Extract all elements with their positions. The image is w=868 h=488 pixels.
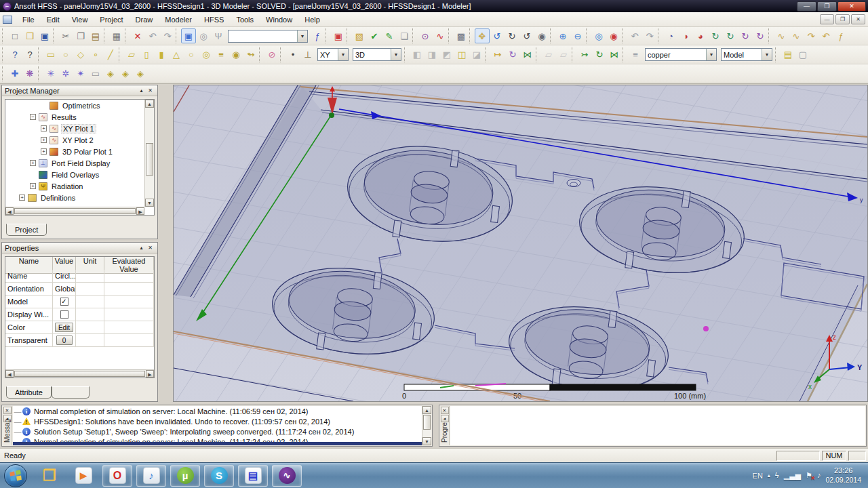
redo-icon-button[interactable]: ↷ bbox=[160, 28, 175, 43]
chevron-down-icon[interactable]: ▼ bbox=[391, 49, 401, 60]
fit-all-icon-button[interactable]: ◉ bbox=[606, 28, 621, 43]
tree-item-results[interactable]: −∿Results bbox=[5, 111, 144, 123]
non-model-icon-button[interactable]: ⊘ bbox=[264, 47, 279, 62]
tree-item-label[interactable]: XY Plot 2 bbox=[61, 136, 95, 144]
abort-solve-icon-button[interactable]: ◑ bbox=[678, 28, 693, 43]
zoom-window-icon-button[interactable]: ◎ bbox=[591, 28, 606, 43]
duplicate-rotate-icon-button[interactable]: ↻ bbox=[592, 47, 607, 62]
new-file-icon-button[interactable]: □ bbox=[7, 28, 22, 43]
property-value[interactable] bbox=[53, 308, 76, 321]
measure-position-icon-button[interactable]: ◈ bbox=[103, 66, 118, 81]
progress-tab[interactable]: Progre bbox=[441, 420, 449, 443]
draw-cone-icon-button[interactable]: △ bbox=[169, 47, 184, 62]
open-file-icon-button[interactable]: ❒ bbox=[22, 28, 37, 43]
tree-item-label[interactable]: Definitions bbox=[39, 194, 77, 202]
project-tab[interactable]: Project bbox=[6, 224, 47, 236]
mdi-child-icon[interactable] bbox=[3, 16, 12, 24]
property-button[interactable]: Edit bbox=[55, 323, 73, 332]
create-cs-icon-button[interactable]: ✳ bbox=[43, 66, 58, 81]
draw-ellipse-icon-button[interactable]: ∘ bbox=[88, 47, 103, 62]
tree-expander-icon[interactable]: + bbox=[41, 148, 47, 155]
imprint-icon-button[interactable]: ◪ bbox=[469, 47, 484, 62]
opera-taskbar-button[interactable]: O bbox=[102, 465, 132, 487]
copy-icon-button[interactable]: ❐ bbox=[73, 28, 88, 43]
chevron-down-icon[interactable]: ▼ bbox=[706, 49, 716, 60]
measure-area-icon-button[interactable]: ◈ bbox=[133, 66, 148, 81]
draw-plane-icon-button[interactable]: ⊥ bbox=[300, 47, 315, 62]
draw-arc-center-icon-button[interactable]: ↶ bbox=[818, 28, 833, 43]
tree-expander-icon[interactable]: + bbox=[30, 160, 36, 166]
orient-view-icon-button[interactable]: ◉ bbox=[534, 28, 549, 43]
message-row[interactable]: —!HFSSDesign1: Solutions have been inval… bbox=[13, 416, 422, 426]
draw-point-icon-button[interactable]: • bbox=[285, 47, 300, 62]
infinite-sphere-icon-button[interactable]: ❋ bbox=[22, 66, 37, 81]
save-icon-button[interactable]: ▣ bbox=[37, 28, 52, 43]
tree-item-xy-plot-1[interactable]: +∿XY Plot 1 bbox=[5, 123, 144, 134]
tree-expander-icon[interactable]: + bbox=[30, 183, 36, 189]
tree-item-label[interactable]: Optimetrics bbox=[61, 102, 102, 110]
face-cs-icon-button[interactable]: ✲ bbox=[58, 66, 73, 81]
tree-item-xy-plot-2[interactable]: +∿XY Plot 2 bbox=[5, 134, 144, 146]
draw-spiral-icon-button[interactable]: ◉ bbox=[229, 47, 243, 62]
intersect-icon-button[interactable]: ◩ bbox=[439, 47, 454, 62]
tree-item-port-field-display[interactable]: +⊥Port Field Display bbox=[5, 157, 144, 169]
message-close-icon[interactable]: ✕ bbox=[3, 407, 12, 414]
message-row[interactable]: —iSolution Setup 'Setup1', Sweep 'Sweep'… bbox=[13, 426, 422, 436]
tree-expander-icon[interactable]: + bbox=[41, 125, 47, 131]
draw-polyline-icon-button[interactable]: ╱ bbox=[103, 47, 118, 62]
child-close-button[interactable]: ✕ bbox=[851, 14, 865, 24]
help-topics-icon-button[interactable]: ? bbox=[7, 47, 22, 62]
draw-regular-cylinder-icon-button[interactable]: ▮ bbox=[154, 47, 169, 62]
tree-item-optimetrics[interactable]: Optimetrics bbox=[5, 100, 144, 111]
power-icon[interactable]: ϟ bbox=[775, 471, 779, 480]
tray-language-indicator[interactable]: EN bbox=[753, 472, 763, 480]
menu-edit[interactable]: Edit bbox=[41, 14, 66, 26]
chevron-down-icon[interactable]: ▼ bbox=[338, 49, 348, 60]
hfss-taskbar-taskbar-button[interactable]: ∿ bbox=[272, 465, 302, 487]
abort-queue-icon-button[interactable]: ◕ bbox=[693, 28, 708, 43]
plane-combobox[interactable]: XY▼ bbox=[317, 48, 349, 61]
move-icon-button[interactable]: ↦ bbox=[490, 47, 505, 62]
tree-item-label[interactable]: Field Overlays bbox=[50, 171, 100, 179]
animate-export-icon-button[interactable]: ↻ bbox=[723, 28, 738, 43]
validate-design-icon-button[interactable]: ✔ bbox=[367, 28, 382, 43]
project-tree-vscrollbar[interactable]: ▲ ▼ bbox=[144, 100, 154, 207]
tree-item-label[interactable]: Port Field Display bbox=[50, 159, 111, 167]
validation-check-icon-button[interactable]: ▣ bbox=[331, 28, 346, 43]
tree-expander-icon[interactable]: + bbox=[19, 195, 25, 201]
tree-item-radiation[interactable]: +ΨRadiation bbox=[5, 180, 144, 192]
property-value[interactable]: 0 bbox=[53, 334, 76, 347]
edit-sources-icon-button[interactable]: ✎ bbox=[382, 28, 397, 43]
draw-arc3-icon-button[interactable]: ↷ bbox=[804, 28, 818, 43]
mirror-icon-button[interactable]: ⋈ bbox=[520, 47, 535, 62]
project-tree-hscrollbar[interactable]: ◀ ▶ bbox=[5, 207, 144, 215]
select-faces-icon-button[interactable]: ◎ bbox=[196, 28, 211, 43]
snapshot-icon-button[interactable]: ◔ bbox=[663, 28, 678, 43]
boolean-union-icon-button[interactable]: ✚ bbox=[7, 66, 22, 81]
zoom-out-icon-button[interactable]: ⊖ bbox=[570, 28, 585, 43]
volume-icon[interactable]: ♪ bbox=[817, 471, 821, 480]
draw-circle-icon-button[interactable]: ○ bbox=[58, 47, 73, 62]
utorrent-taskbar-button[interactable]: µ bbox=[170, 465, 200, 487]
menu-window[interactable]: Window bbox=[260, 14, 298, 26]
zoom-in-icon-button[interactable]: ⊕ bbox=[555, 28, 570, 43]
rotate-model-icon-button[interactable]: ↺ bbox=[490, 28, 505, 43]
tray-clock[interactable]: 23:26 02.09.2014 bbox=[825, 466, 861, 485]
draw-helix-icon-button[interactable]: ≡ bbox=[214, 47, 229, 62]
select-object-icon-button[interactable]: ▣ bbox=[181, 28, 196, 43]
start-button[interactable] bbox=[4, 464, 27, 487]
rotate-axis-icon-button[interactable]: ↻ bbox=[505, 28, 519, 43]
undo-icon-button[interactable]: ↶ bbox=[145, 28, 160, 43]
tree-item-label[interactable]: XY Plot 1 bbox=[61, 124, 96, 134]
message-vscrollbar[interactable]: ▲ ▼ bbox=[422, 406, 431, 445]
purge-history-icon-button[interactable]: ▢ bbox=[795, 47, 810, 62]
tree-item-3d-polar-plot-1[interactable]: +3D Polar Plot 1 bbox=[5, 146, 144, 157]
menu-help[interactable]: Help bbox=[298, 14, 326, 26]
draw-spline-icon-button[interactable]: ∿ bbox=[774, 28, 789, 43]
chevron-down-icon[interactable]: ▼ bbox=[297, 30, 307, 42]
tree-expander-icon[interactable]: − bbox=[30, 114, 36, 120]
print-icon-button[interactable]: ▦ bbox=[109, 28, 124, 43]
tree-item-definitions[interactable]: +Definitions bbox=[5, 192, 144, 203]
tree-item-field-overlays[interactable]: Field Overlays bbox=[5, 169, 144, 180]
create-report-icon-button[interactable]: ∿ bbox=[433, 28, 448, 43]
